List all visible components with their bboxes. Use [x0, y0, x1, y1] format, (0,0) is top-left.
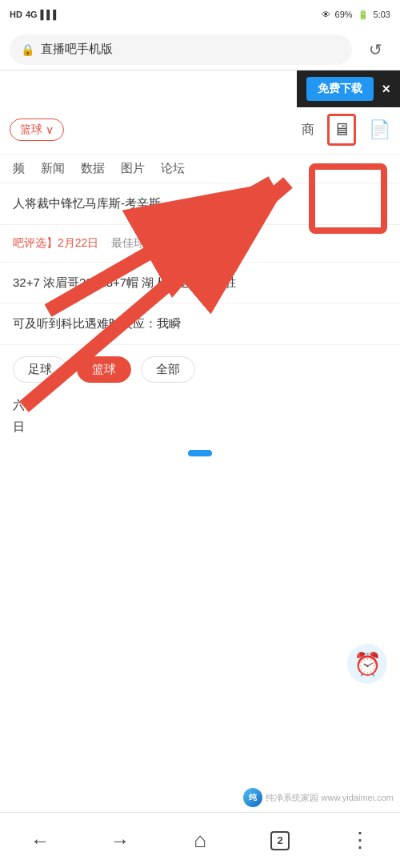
download-button[interactable]: 免费下载 — [306, 77, 374, 101]
news-text: 32+7 浓眉哥28+13+7帽 湖人击退 来4连胜 — [13, 275, 236, 289]
nav-tabs-row: 篮球 ∨ 商 🖥 📄 — [0, 106, 400, 155]
status-right: 👁 69% 🔋 5:03 — [322, 10, 390, 20]
forward-button[interactable]: → — [96, 821, 144, 861]
back-icon: ← — [30, 830, 50, 852]
sub-nav-data[interactable]: 数据 — [81, 161, 105, 176]
lock-icon: 🔒 — [21, 43, 34, 56]
web-content: 免费下载 × 篮球 ∨ 商 🖥 📄 频 新闻 数据 图片 论坛 人将裁中锋忆马库… — [0, 70, 400, 812]
status-bar: HD 4G ▌▌▌ 👁 69% 🔋 5:03 — [0, 0, 400, 29]
category-dropdown[interactable]: 篮球 ∨ — [10, 119, 64, 141]
sub-nav-forum[interactable]: 论坛 — [161, 161, 185, 176]
menu-icon: ⋮ — [350, 828, 370, 853]
day-labels: 六 日 — [0, 391, 400, 440]
news-badge: 最佳球员 — [111, 236, 156, 251]
list-item[interactable]: 32+7 浓眉哥28+13+7帽 湖人击退 来4连胜 — [0, 263, 400, 304]
document-icon[interactable]: 📄 — [369, 119, 390, 140]
day-label-sun: 日 — [13, 416, 387, 437]
back-button[interactable]: ← — [16, 821, 64, 861]
alarm-icon[interactable]: ⏰ — [347, 644, 387, 684]
filter-tab-all[interactable]: 全部 — [141, 356, 195, 383]
bottom-nav: ← → ⌂ 2 ⋮ — [0, 812, 400, 868]
filter-tabs: 足球 篮球 全部 — [0, 345, 400, 391]
sub-nav-image[interactable]: 图片 — [121, 161, 145, 176]
sub-nav: 频 新闻 数据 图片 论坛 — [0, 155, 400, 183]
tab-count-badge: 2 — [270, 831, 290, 850]
signal-icon: ▌▌▌ — [41, 10, 59, 19]
url-input[interactable]: 🔒 直播吧手机版 — [10, 34, 352, 65]
url-text: 直播吧手机版 — [41, 42, 113, 57]
hd-badge: HD — [10, 10, 22, 19]
monitor-icon[interactable]: 🖥 — [333, 119, 350, 139]
sub-nav-video[interactable]: 频 — [13, 161, 25, 176]
list-item[interactable]: 吧评选】2月22日 最佳球员 — [0, 225, 400, 263]
forward-icon: → — [110, 830, 130, 852]
ad-close-button[interactable]: × — [382, 81, 390, 98]
home-icon: ⌂ — [194, 828, 206, 853]
menu-button[interactable]: ⋮ — [336, 821, 384, 861]
dropdown-arrow: ∨ — [46, 123, 54, 136]
tabs-button[interactable]: 2 — [256, 821, 304, 861]
home-button[interactable]: ⌂ — [176, 821, 224, 861]
list-item[interactable]: 人将裁中锋忆马库斯-考辛斯 — [0, 183, 400, 225]
refresh-button[interactable]: ↺ — [360, 34, 390, 65]
filter-tab-soccer[interactable]: 足球 — [13, 356, 67, 383]
day-label-six: 六 — [13, 394, 387, 416]
watermark-text: 纯净系统家园 — [266, 792, 318, 804]
address-bar: 🔒 直播吧手机版 ↺ — [0, 29, 400, 70]
network-badge: 4G — [26, 10, 38, 19]
time-display: 5:03 — [374, 10, 390, 19]
category-label: 篮球 — [20, 123, 42, 137]
watermark-url: www.yidaimei.com — [322, 793, 394, 802]
news-text: 人将裁中锋忆马库斯-考辛斯 — [13, 196, 161, 210]
battery-icon: 🔋 — [358, 10, 369, 20]
loading-indicator — [0, 440, 400, 466]
status-left: HD 4G ▌▌▌ — [10, 10, 59, 19]
news-text: 可及听到科比遇难时反应：我瞬 — [13, 316, 181, 330]
news-list: 人将裁中锋忆马库斯-考辛斯 吧评选】2月22日 最佳球员 32+7 浓眉哥28+… — [0, 183, 400, 345]
monitor-icon-box[interactable]: 🖥 — [327, 114, 356, 146]
sub-nav-news[interactable]: 新闻 — [41, 161, 65, 176]
loading-dot — [188, 450, 212, 456]
ad-banner: 免费下载 × — [297, 70, 400, 107]
eye-icon: 👁 — [322, 10, 330, 19]
nav-right-icons: 商 🖥 📄 — [302, 114, 390, 146]
watermark: 纯 纯净系统家园 www.yidaimei.com — [237, 785, 400, 810]
shop-icon[interactable]: 商 — [302, 122, 314, 139]
list-item[interactable]: 可及听到科比遇难时反应：我瞬 — [0, 303, 400, 345]
filter-tab-basketball[interactable]: 篮球 — [77, 356, 131, 383]
news-date: 吧评选】2月22日 — [13, 236, 98, 251]
watermark-logo: 纯 — [243, 788, 262, 807]
battery-text: 69% — [335, 10, 353, 19]
